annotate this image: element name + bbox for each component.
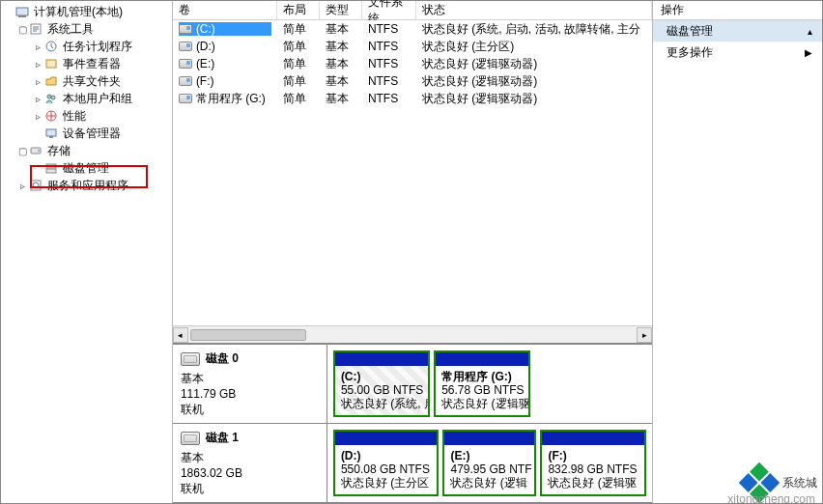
col-type[interactable]: 类型 [320,1,362,19]
svg-rect-9 [49,136,53,138]
drive-icon [179,94,192,103]
actions-header: 操作 [653,1,822,20]
nav-tree: 计算机管理(本地) ▢ 系统工具 ▹ 任务计划程序 ▹ 事件查看器 ▹ 共享文件… [1,1,173,503]
drive-icon [179,59,192,69]
col-status[interactable]: 状态 [416,1,652,19]
volume-row[interactable]: (E:) 简单 基本 NTFS 状态良好 (逻辑驱动器) [173,55,652,72]
scroll-left-button[interactable]: ◂ [173,327,188,343]
volume-row[interactable]: (F:) 简单 基本 NTFS 状态良好 (逻辑驱动器) [173,72,652,90]
chevron-right-icon: ▶ [805,47,812,58]
volume-row[interactable]: (C:) 简单 基本 NTFS 状态良好 (系统, 启动, 活动, 故障转储, … [173,20,652,38]
horizontal-scrollbar[interactable]: ◂ ▸ [173,325,652,343]
tree-services-apps[interactable]: ▹ 服务和应用程序 [3,177,172,194]
partition[interactable]: (E:) 479.95 GB NTF 状态良好 (逻辑 [442,430,536,496]
tree-root-label: 计算机管理(本地) [34,4,123,20]
tree-shared-folders[interactable]: ▹ 共享文件夹 [3,72,172,90]
drive-icon [179,76,192,86]
disk-icon [181,352,200,366]
svg-point-11 [38,150,40,152]
partition[interactable]: (F:) 832.98 GB NTFS 状态良好 (逻辑驱 [540,430,646,496]
svg-rect-8 [46,129,56,136]
volume-row[interactable]: 常用程序 (G:) 简单 基本 NTFS 状态良好 (逻辑驱动器) [173,90,652,107]
tree-disk-management[interactable]: 磁盘管理 [3,159,172,177]
volume-list-header: 卷 布局 类型 文件系统 状态 [173,1,652,20]
disk-row: 磁盘 0 基本 111.79 GB 联机 (C:) 55.00 GB NTFS … [173,345,652,424]
partition[interactable]: (C:) 55.00 GB NTFS 状态良好 (系统, 启动, [333,350,430,417]
drive-icon [179,42,192,51]
tree-event-viewer[interactable]: ▹ 事件查看器 [3,55,172,72]
disk-icon [181,432,200,445]
svg-rect-13 [46,169,56,173]
volume-row[interactable]: (D:) 简单 基本 NTFS 状态良好 (主分区) [173,38,652,55]
tree-system-tools[interactable]: ▢ 系统工具 [3,20,172,38]
actions-section-diskmgmt[interactable]: 磁盘管理 ▴ [653,20,822,42]
scroll-thumb[interactable] [190,329,306,341]
svg-rect-4 [46,60,56,68]
disk-info[interactable]: 磁盘 1 基本 1863.02 GB 联机 [173,424,327,502]
svg-point-6 [51,96,55,99]
scroll-right-button[interactable]: ▸ [637,327,652,343]
svg-rect-0 [16,8,28,15]
tree-root[interactable]: 计算机管理(本地) [3,3,172,20]
watermark-url: xitongcheng.com [727,492,815,504]
svg-rect-1 [18,15,26,17]
partition[interactable]: (D:) 550.08 GB NTFS 状态良好 (主分区 [333,430,440,496]
disk-row: 磁盘 1 基本 1863.02 GB 联机 (D:) 550.08 GB NTF… [173,424,652,503]
col-volume[interactable]: 卷 [173,1,277,19]
volume-list: (C:) 简单 基本 NTFS 状态良好 (系统, 启动, 活动, 故障转储, … [173,20,652,107]
tree-storage[interactable]: ▢ 存储 [3,142,172,159]
tree-task-scheduler[interactable]: ▹ 任务计划程序 [3,38,172,55]
collapse-icon: ▴ [808,26,812,37]
actions-more[interactable]: 更多操作 ▶ [653,42,822,63]
disk-graphical-view: 磁盘 0 基本 111.79 GB 联机 (C:) 55.00 GB NTFS … [173,343,652,503]
svg-point-5 [47,95,51,98]
tree-performance[interactable]: ▹ 性能 [3,107,172,125]
main-content: 卷 布局 类型 文件系统 状态 (C:) 简单 基本 NTFS 状态良好 (系统… [173,1,653,503]
col-layout[interactable]: 布局 [277,1,320,19]
tree-system-tools-label: 系统工具 [47,21,94,38]
partition[interactable]: 常用程序 (G:) 56.78 GB NTFS 状态良好 (逻辑驱动 [434,350,530,417]
tree-device-manager[interactable]: 设备管理器 [3,125,172,142]
svg-rect-12 [46,164,56,168]
disk-info[interactable]: 磁盘 0 基本 111.79 GB 联机 [173,345,327,423]
col-fs[interactable]: 文件系统 [362,1,416,19]
actions-pane: 操作 磁盘管理 ▴ 更多操作 ▶ [653,1,822,503]
tree-local-users[interactable]: ▹ 本地用户和组 [3,90,172,107]
drive-icon [179,24,192,34]
